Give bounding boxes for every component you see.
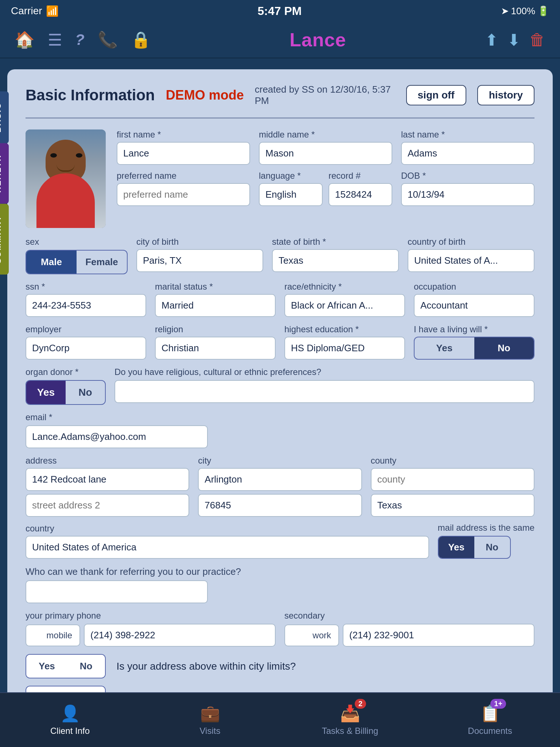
country-of-birth-input[interactable] bbox=[408, 249, 534, 272]
state-input[interactable] bbox=[371, 494, 534, 517]
country-input[interactable] bbox=[26, 536, 429, 559]
help-icon[interactable]: ? bbox=[75, 31, 85, 49]
marital-status-field: marital status * bbox=[155, 282, 276, 317]
religion-field: religion bbox=[155, 324, 276, 360]
mail-same-yes-button[interactable]: Yes bbox=[439, 537, 474, 558]
country-field: country bbox=[26, 523, 429, 559]
religious-prefs-input[interactable] bbox=[114, 380, 534, 403]
primary-phone-type: mobile bbox=[26, 624, 80, 646]
state-field bbox=[371, 494, 534, 517]
secondary-phone-field: secondary work bbox=[284, 611, 534, 647]
ssn-input[interactable] bbox=[26, 294, 146, 317]
mail-same-no-button[interactable]: No bbox=[474, 537, 510, 558]
employer-input[interactable] bbox=[26, 337, 146, 360]
address-input[interactable] bbox=[26, 468, 189, 491]
state-of-birth-field: state of birth * bbox=[272, 237, 399, 274]
employer-row: employer religion highest education * I … bbox=[26, 324, 534, 360]
organ-prefs-row: organ donor * Yes No Do you have religio… bbox=[26, 367, 534, 405]
menu-icon[interactable]: ☰ bbox=[48, 31, 62, 49]
city-limits-row: Yes No Is your address above within city… bbox=[26, 654, 534, 678]
wifi-icon: 📶 bbox=[46, 5, 59, 17]
city-of-birth-input[interactable] bbox=[136, 249, 263, 272]
street-address2-field bbox=[26, 494, 189, 517]
carrier-label: Carrier bbox=[11, 5, 42, 17]
nav-bar: 🏠 ☰ ? 📞 🔒 Lance ⬆ ⬇ 🗑 bbox=[0, 22, 560, 58]
phone-section: your primary phone mobile secondary work bbox=[26, 611, 534, 647]
phone-icon[interactable]: 📞 bbox=[98, 30, 118, 49]
city-input[interactable] bbox=[198, 468, 362, 491]
state-of-birth-input[interactable] bbox=[272, 249, 399, 272]
country-mail-row: country mail address is the same Yes No bbox=[26, 523, 534, 559]
record-number-input[interactable] bbox=[328, 183, 392, 206]
middle-name-input[interactable] bbox=[259, 142, 392, 165]
sign-off-button[interactable]: sign off bbox=[406, 85, 466, 105]
address-row: address city county bbox=[26, 456, 534, 491]
living-will-yes-button[interactable]: Yes bbox=[415, 337, 474, 359]
highest-education-input[interactable] bbox=[284, 337, 405, 360]
street-address2-input[interactable] bbox=[26, 494, 189, 517]
primary-phone-input[interactable] bbox=[84, 624, 276, 647]
tab-documents[interactable]: 📋 1+ Documents bbox=[420, 693, 560, 747]
city-field: city bbox=[198, 456, 362, 491]
preferred-name-input[interactable] bbox=[117, 183, 250, 206]
employer-field: employer bbox=[26, 324, 146, 360]
sex-field: sex Male Female bbox=[26, 237, 128, 274]
city-limits-yes-button[interactable]: Yes bbox=[26, 655, 67, 678]
bottom-tab-bar: 👤 Client Info 💼 Visits 📥 2 Tasks & Billi… bbox=[0, 692, 560, 747]
email-input[interactable] bbox=[26, 425, 208, 448]
battery-icon: 🔋 bbox=[537, 5, 549, 17]
race-ethnicity-input[interactable] bbox=[284, 294, 405, 317]
sidebar-item-basic[interactable]: BASIC bbox=[0, 91, 9, 143]
lock-icon[interactable]: 🔒 bbox=[131, 30, 151, 49]
last-name-input[interactable] bbox=[401, 142, 534, 165]
religious-prefs-field: Do you have religious, cultural or ethni… bbox=[114, 367, 534, 403]
county-input[interactable] bbox=[371, 468, 534, 491]
middle-name-field: middle name * bbox=[259, 129, 392, 165]
main-content: BASIC HEALTH SUMMARY Basic Information D… bbox=[7, 69, 553, 747]
status-bar: Carrier 📶 5:47 PM ➤ 100% 🔋 bbox=[0, 0, 560, 22]
first-name-field: first name * bbox=[117, 129, 250, 165]
organ-donor-toggle: Yes No bbox=[26, 380, 106, 405]
client-info-label: Client Info bbox=[50, 726, 90, 736]
first-name-input[interactable] bbox=[117, 142, 250, 165]
tab-client-info[interactable]: 👤 Client Info bbox=[0, 693, 140, 747]
sidebar-item-summary[interactable]: SUMMARY bbox=[0, 204, 9, 275]
city-limits-question: Is your address above within city limits… bbox=[117, 659, 296, 673]
secondary-phone-input[interactable] bbox=[343, 624, 534, 647]
nav-left: 🏠 ☰ ? 📞 🔒 bbox=[15, 30, 151, 49]
occupation-field: occupation bbox=[414, 282, 534, 317]
address-field: address bbox=[26, 456, 189, 491]
language-input[interactable] bbox=[259, 183, 323, 206]
city-limits-no-button[interactable]: No bbox=[67, 655, 105, 678]
tasks-billing-label: Tasks & Billing bbox=[322, 726, 378, 736]
history-button[interactable]: history bbox=[477, 85, 534, 105]
referral-input[interactable] bbox=[26, 580, 208, 603]
marital-status-input[interactable] bbox=[155, 294, 276, 317]
occupation-input[interactable] bbox=[414, 294, 534, 317]
sex-toggle: Male Female bbox=[26, 250, 128, 274]
dob-input[interactable] bbox=[401, 183, 534, 206]
tab-visits[interactable]: 💼 Visits bbox=[140, 693, 280, 747]
sex-male-button[interactable]: Male bbox=[26, 251, 77, 274]
phone-row: your primary phone mobile secondary work bbox=[26, 611, 534, 647]
zip-input[interactable] bbox=[198, 494, 362, 517]
download-icon[interactable]: ⬇ bbox=[507, 31, 521, 49]
city-of-birth-field: city of birth bbox=[136, 237, 263, 274]
trash-icon[interactable]: 🗑 bbox=[529, 31, 545, 49]
organ-donor-no-button[interactable]: No bbox=[66, 381, 105, 404]
created-info: created by SS on 12/30/16, 5:37 PM bbox=[255, 84, 395, 107]
living-will-no-button[interactable]: No bbox=[474, 337, 534, 359]
sidebar-item-health[interactable]: HEALTH bbox=[0, 143, 9, 204]
sex-female-button[interactable]: Female bbox=[77, 251, 127, 274]
tab-tasks-billing[interactable]: 📥 2 Tasks & Billing bbox=[280, 693, 420, 747]
time-display: 5:47 PM bbox=[258, 4, 302, 18]
religion-input[interactable] bbox=[155, 337, 276, 360]
status-right: ➤ 100% 🔋 bbox=[501, 5, 549, 17]
organ-donor-yes-button[interactable]: Yes bbox=[26, 381, 66, 404]
profile-row: first name * middle name * last name * p… bbox=[26, 129, 534, 228]
mail-same-field: mail address is the same Yes No bbox=[438, 523, 534, 559]
home-icon[interactable]: 🏠 bbox=[15, 30, 35, 49]
address-row2 bbox=[26, 494, 534, 517]
share-icon[interactable]: ⬆ bbox=[485, 31, 498, 49]
organ-donor-field: organ donor * Yes No bbox=[26, 367, 106, 405]
